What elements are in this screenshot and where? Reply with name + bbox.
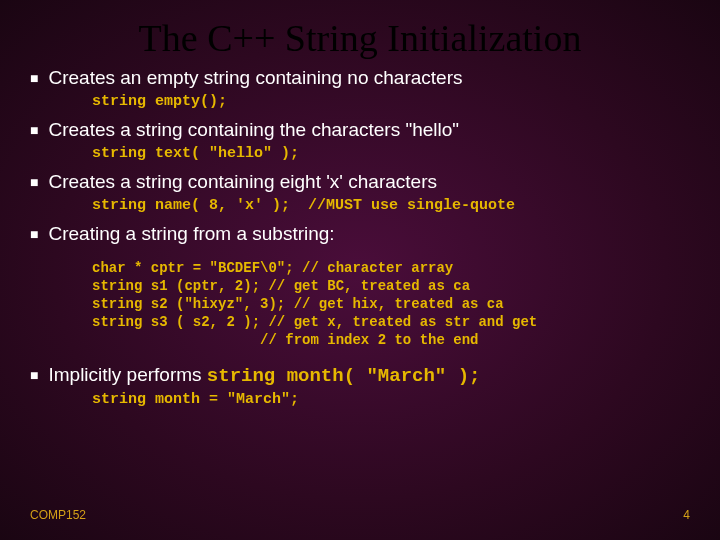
implicit-prefix: Implicitly performs (48, 364, 206, 385)
code-line: string empty(); (92, 93, 690, 110)
bullet-text: Creating a string from a substring: (48, 222, 334, 247)
bullet-text-implicit: Implicitly performs string month( "March… (48, 363, 480, 389)
footer-page-number: 4 (683, 508, 690, 522)
bullet-item: ■ Creating a string from a substring: (30, 222, 690, 247)
bullet-text: Creates a string containing eight 'x' ch… (48, 170, 437, 195)
footer-course: COMP152 (30, 508, 86, 522)
bullet-icon: ■ (30, 367, 38, 383)
code-block: char * cptr = "BCDEF\0"; // character ar… (92, 259, 690, 350)
slide-title: The C++ String Initialization (0, 0, 720, 66)
code-line: string name( 8, 'x' ); //MUST use single… (92, 197, 690, 214)
bullet-icon: ■ (30, 174, 38, 190)
slide-content: ■ Creates an empty string containing no … (0, 66, 720, 408)
bullet-item: ■ Creates a string containing the charac… (30, 118, 690, 143)
inline-code: string month( "March" ); (207, 365, 481, 387)
bullet-item: ■ Implicitly performs string month( "Mar… (30, 363, 690, 389)
bullet-item: ■ Creates an empty string containing no … (30, 66, 690, 91)
bullet-text: Creates an empty string containing no ch… (48, 66, 462, 91)
bullet-icon: ■ (30, 70, 38, 86)
code-line: string month = "March"; (92, 391, 690, 408)
bullet-text: Creates a string containing the characte… (48, 118, 459, 143)
bullet-item: ■ Creates a string containing eight 'x' … (30, 170, 690, 195)
bullet-icon: ■ (30, 226, 38, 242)
code-line: string text( "hello" ); (92, 145, 690, 162)
slide-footer: COMP152 4 (30, 508, 690, 522)
bullet-icon: ■ (30, 122, 38, 138)
